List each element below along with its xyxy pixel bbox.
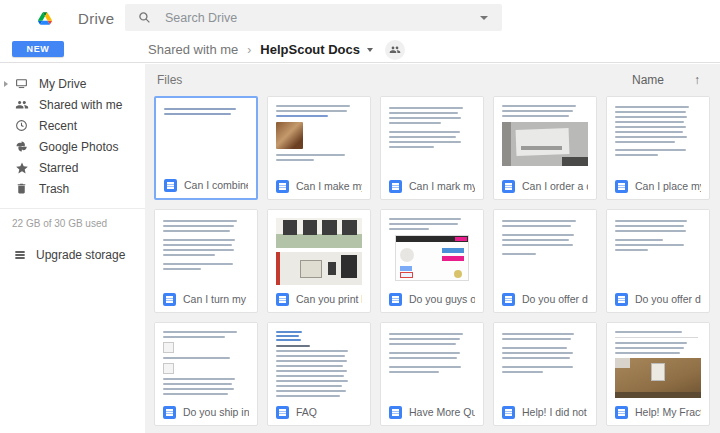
file-card-footer: Can I mark my orde... [381,173,483,199]
file-title: Can I order a custo... [522,180,588,192]
file-card[interactable]: FAQ [267,322,371,426]
storage-usage: 22 GB of 30 GB used [0,218,145,229]
files-header: Files Name ↑ [145,64,720,96]
google-docs-icon [615,406,628,419]
file-title: Help! My Fracture a... [635,406,701,418]
file-card-footer: Can I order a custo... [494,173,596,199]
sidebar-item-trash[interactable]: Trash [0,178,145,199]
file-thumbnail [607,97,709,173]
storage-icon [13,248,27,262]
file-thumbnail [607,323,709,399]
file-title: Help! I did not recei... [522,406,588,418]
file-card-footer: Can I place my Frac... [607,173,709,199]
new-button[interactable]: NEW [12,41,64,57]
file-card[interactable]: Do you guys offer a ... [380,209,484,313]
sort-control[interactable]: Name ↑ [632,73,700,87]
file-thumbnail [156,98,256,172]
file-card[interactable]: Help! I did not recei... [493,322,597,426]
breadcrumb-shared-with-me[interactable]: Shared with me [148,42,238,57]
sidebar-item-label: Google Photos [39,140,118,154]
file-thumbnail [381,323,483,399]
sidebar-item-shared-with-me[interactable]: Shared with me [0,94,145,115]
file-card[interactable]: Can I combine coup... [154,96,258,200]
file-thumbnail [155,210,257,286]
sidebar-item-my-drive[interactable]: My Drive [0,73,145,94]
file-title: Do you offer discou... [635,293,701,305]
file-thumbnail [268,210,370,286]
search-bar[interactable] [125,4,502,31]
top-bar: Drive [0,0,720,36]
folder-menu-caret-icon[interactable] [367,48,373,52]
google-docs-icon [389,293,402,306]
google-docs-icon [389,180,402,193]
file-card-footer: Can I make my sma... [268,173,370,199]
app-title: Drive [78,10,115,27]
file-card-footer: Can I combine coup... [156,172,256,198]
upgrade-storage-label: Upgrade storage [36,248,125,262]
google-docs-icon [276,406,289,419]
google-docs-icon [615,180,628,193]
sidebar-nav: My DriveShared with meRecentGoogle Photo… [0,73,145,199]
google-docs-icon [502,180,515,193]
file-card[interactable]: Help! My Fracture a... [606,322,710,426]
sidebar-item-label: Starred [39,161,78,175]
file-card-footer: Help! I did not recei... [494,399,596,425]
search-options-caret-icon[interactable] [480,16,488,20]
sidebar-item-label: Trash [39,182,69,196]
file-title: FAQ [296,406,317,418]
file-thumbnail [607,210,709,286]
google-docs-icon [276,180,289,193]
google-photos-icon [15,140,29,154]
breadcrumb: Shared with me › HelpScout Docs [148,36,405,63]
file-title: Can I place my Frac... [635,180,701,192]
google-docs-icon [164,179,177,192]
sort-label: Name [632,73,664,87]
file-title: Can I turn my hard c... [183,293,249,305]
file-card[interactable]: Can I make my sma... [267,96,371,200]
sidebar-item-upgrade-storage[interactable]: Upgrade storage [0,244,145,265]
file-card[interactable]: Can I place my Frac... [606,96,710,200]
file-card-footer: Do you offer discou... [607,286,709,312]
file-card[interactable]: Do you offer discou... [606,209,710,313]
file-title: Do you offer discou... [522,293,588,305]
file-card[interactable]: Can I order a custo... [493,96,597,200]
file-thumbnail [268,97,370,173]
google-drive-logo-icon[interactable] [38,12,52,25]
expand-arrow-icon[interactable] [4,81,8,87]
file-card[interactable]: Can I turn my hard c... [154,209,258,313]
sidebar-item-recent[interactable]: Recent [0,115,145,136]
file-title: Do you guys offer a ... [409,293,475,305]
sidebar-divider [0,208,145,209]
sidebar: My DriveShared with meRecentGoogle Photo… [0,64,145,433]
file-card[interactable]: Can I mark my orde... [380,96,484,200]
file-card-footer: Do you guys offer a ... [381,286,483,312]
file-title: Can I mark my orde... [409,180,475,192]
file-thumbnail [494,97,596,173]
file-card[interactable]: Have More Questio... [380,322,484,426]
recent-icon [15,119,29,133]
sort-ascending-icon: ↑ [694,73,700,87]
sidebar-item-starred[interactable]: Starred [0,157,145,178]
people-icon [389,44,401,56]
file-title: Can I combine coup... [184,179,248,191]
file-thumbnail [381,210,483,286]
breadcrumb-separator: › [247,43,251,57]
sidebar-item-label: My Drive [39,77,86,91]
file-card[interactable]: Do you ship internat... [154,322,258,426]
file-card-footer: Can I turn my hard c... [155,286,257,312]
shared-folder-people-button[interactable] [385,40,405,60]
google-docs-icon [615,293,628,306]
file-card[interactable]: Do you offer discou... [493,209,597,313]
google-docs-icon [502,406,515,419]
breadcrumb-current-folder[interactable]: HelpScout Docs [260,42,360,57]
sidebar-item-label: Shared with me [39,98,122,112]
file-title: Can you print black ... [296,293,362,305]
search-input[interactable] [165,11,480,25]
search-icon [138,11,151,24]
file-thumbnail [268,323,370,399]
file-thumbnail [494,323,596,399]
file-card-footer: Help! My Fracture a... [607,399,709,425]
sidebar-item-google-photos[interactable]: Google Photos [0,136,145,157]
google-docs-icon [163,293,176,306]
file-card[interactable]: Can you print black ... [267,209,371,313]
